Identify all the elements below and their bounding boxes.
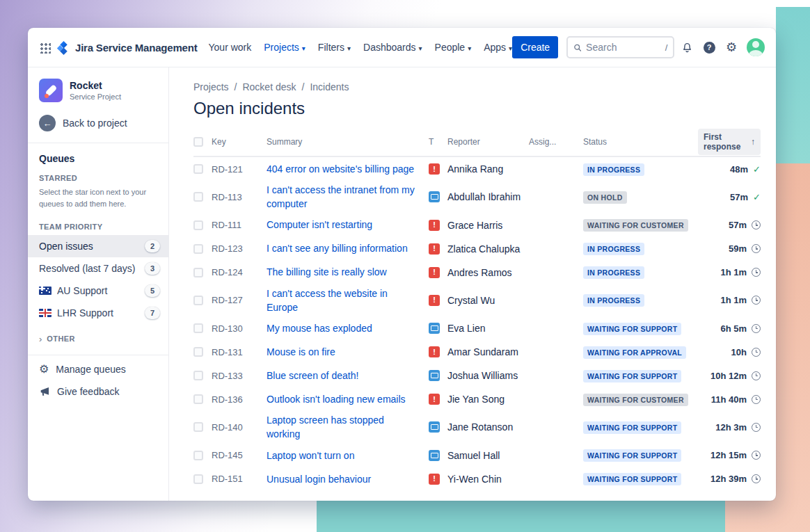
brand[interactable]: Jira Service Management (56, 40, 198, 55)
status-badge: IN PROGRESS (583, 163, 644, 176)
column-header-first-response[interactable]: First response (698, 129, 761, 155)
column-header-type[interactable]: T (429, 137, 447, 147)
table-row[interactable]: RD-145 Laptop won't turn on Samuel Hall … (193, 444, 761, 467)
incident-type-icon (429, 394, 440, 405)
row-checkbox[interactable] (193, 268, 203, 277)
status-badge: WAITING FOR SUPPORT (583, 473, 681, 485)
column-header-reporter[interactable]: Reporter (447, 137, 529, 147)
request-type-icon (429, 191, 440, 202)
table-row[interactable]: RD-133 Blue screen of death! Joshua Will… (193, 364, 761, 387)
settings-button[interactable] (722, 38, 741, 57)
issue-summary-link[interactable]: Blue screen of death! (267, 369, 419, 382)
app-switcher-icon[interactable] (39, 42, 51, 54)
check-icon (753, 193, 761, 202)
status-badge: WAITING FOR SUPPORT (583, 449, 681, 462)
row-checkbox[interactable] (193, 296, 203, 305)
create-button[interactable]: Create (512, 36, 558, 58)
row-checkbox[interactable] (193, 474, 203, 484)
queue-count-badge: 7 (145, 307, 160, 319)
issue-key: RD-127 (212, 295, 267, 305)
issue-summary-link[interactable]: Computer isn't restarting (267, 218, 419, 232)
give-feedback-button[interactable]: Give feedback (28, 376, 168, 398)
queue-item-au-support[interactable]: AU Support 5 (28, 280, 168, 302)
nav-dashboards[interactable]: Dashboards (363, 42, 422, 53)
column-header-summary[interactable]: Summary (267, 137, 429, 147)
row-checkbox[interactable] (193, 220, 203, 230)
other-section-toggle[interactable]: OTHER (28, 324, 168, 355)
uk-flag-icon (39, 309, 51, 317)
issue-summary-link[interactable]: I can't access the intranet from my comp… (267, 183, 419, 211)
breadcrumb-incidents[interactable]: Incidents (310, 81, 349, 92)
search-input[interactable] (586, 42, 661, 53)
table-row[interactable]: RD-121 404 error on website's billing pa… (193, 157, 761, 181)
brand-name: Jira Service Management (75, 42, 198, 54)
nav-apps[interactable]: Apps (484, 42, 512, 53)
row-checkbox[interactable] (193, 371, 203, 380)
clock-icon (752, 451, 761, 460)
search-box[interactable]: / (566, 36, 674, 58)
table-row[interactable]: RD-136 Outlook isn't loading new emails … (193, 387, 761, 411)
table-row[interactable]: RD-113 I can't access the intranet from … (193, 181, 761, 213)
manage-queues-button[interactable]: Manage queues (28, 355, 168, 376)
issue-summary-link[interactable]: My mouse has exploded (267, 321, 419, 335)
project-type: Service Project (70, 92, 121, 101)
back-to-project-button[interactable]: Back to project (28, 113, 168, 143)
bell-icon (681, 41, 694, 54)
queue-item-resolved[interactable]: Resolved (last 7 days) 3 (28, 257, 168, 280)
table-row[interactable]: RD-130 My mouse has exploded Eva Lien WA… (193, 316, 761, 340)
select-all-checkbox[interactable] (193, 137, 203, 147)
row-checkbox[interactable] (193, 323, 203, 333)
row-checkbox[interactable] (193, 192, 203, 202)
table-row[interactable]: RD-131 Mouse is on fire Amar Sundaram WA… (193, 340, 761, 364)
row-checkbox[interactable] (193, 451, 203, 460)
row-checkbox[interactable] (193, 394, 203, 404)
issue-summary-link[interactable]: Laptop won't turn on (267, 449, 419, 462)
breadcrumb-project-desk[interactable]: Rocket desk (242, 81, 310, 92)
table-row[interactable]: RD-124 The billing site is really slow A… (193, 261, 761, 284)
row-checkbox[interactable] (193, 244, 203, 254)
issue-summary-link[interactable]: The billing site is really slow (267, 265, 419, 279)
nav-people[interactable]: People (435, 42, 472, 53)
row-checkbox[interactable] (193, 164, 203, 174)
search-shortcut-hint: / (665, 42, 668, 53)
table-row[interactable]: RD-140 Laptop screen has stopped working… (193, 411, 761, 444)
table-row[interactable]: RD-123 I can't see any billing informati… (193, 237, 761, 261)
request-type-icon (429, 421, 440, 433)
table-row[interactable]: RD-111 Computer isn't restarting Grace H… (193, 213, 761, 237)
row-checkbox[interactable] (193, 422, 203, 432)
nav-your-work[interactable]: Your work (209, 42, 252, 53)
table-row[interactable]: RD-127 I can't access the website in Eur… (193, 284, 761, 317)
issue-summary-link[interactable]: I can't see any billing information (267, 241, 419, 255)
notifications-button[interactable] (677, 38, 697, 57)
column-header-key[interactable]: Key (212, 137, 267, 147)
queue-item-lhr-support[interactable]: LHR Support 7 (28, 302, 168, 324)
row-checkbox[interactable] (193, 347, 203, 357)
queue-item-open-issues[interactable]: Open issues 2 (28, 235, 168, 257)
issue-reporter: Joshua Williams (447, 370, 529, 381)
breadcrumb-projects[interactable]: Projects (193, 81, 242, 92)
column-header-assignee[interactable]: Assig... (529, 137, 583, 147)
help-button[interactable] (699, 38, 719, 57)
incident-type-icon (429, 346, 440, 357)
nav-projects[interactable]: Projects (264, 42, 305, 53)
issue-summary-link[interactable]: I can't access the website in Europe (267, 287, 419, 315)
issue-table-body: RD-121 404 error on website's billing pa… (193, 157, 761, 491)
gear-icon (726, 40, 737, 55)
user-avatar[interactable] (747, 38, 765, 56)
issue-summary-link[interactable]: Mouse is on fire (267, 345, 419, 359)
status-badge: IN PROGRESS (583, 294, 644, 307)
nav-label: Your work (209, 42, 252, 53)
queues-section-title: Queues (28, 143, 168, 172)
clock-icon (752, 395, 761, 404)
issue-summary-link[interactable]: Outlook isn't loading new emails (267, 392, 419, 406)
check-icon (753, 165, 761, 174)
issue-key: RD-133 (212, 371, 267, 381)
column-header-status[interactable]: Status (583, 137, 698, 147)
issue-summary-link[interactable]: 404 error on website's billing page (267, 162, 419, 176)
nav-label: Filters (318, 42, 344, 53)
nav-filters[interactable]: Filters (318, 42, 351, 53)
issue-summary-link[interactable]: Unusual login behaviour (267, 472, 419, 486)
chevron-down-icon (302, 42, 305, 53)
table-row[interactable]: RD-151 Unusual login behaviour Yi-Wen Ch… (193, 467, 761, 491)
issue-summary-link[interactable]: Laptop screen has stopped working (267, 413, 419, 442)
